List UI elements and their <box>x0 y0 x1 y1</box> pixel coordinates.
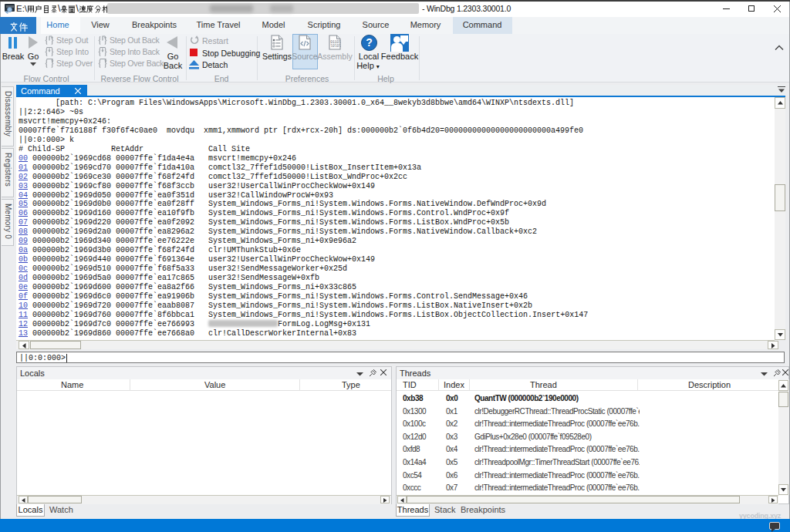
svg-text:l0l0l: l0l0l <box>330 44 341 48</box>
